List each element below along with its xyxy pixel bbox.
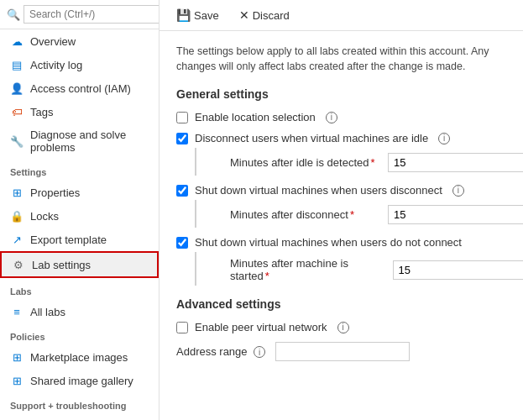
sidebar-item-tags[interactable]: 🏷 Tags	[0, 100, 159, 123]
sidebar-item-access-control-label: Access control (IAM)	[30, 82, 131, 95]
sidebar-item-shared-image-gallery[interactable]: ⊞ Shared image gallery	[0, 369, 159, 392]
shutdown-no-connect-label: Shut down virtual machines when users do…	[195, 236, 462, 249]
address-range-label: Address range i	[176, 345, 269, 359]
sidebar-item-marketplace-images-label: Marketplace images	[30, 351, 128, 364]
minutes-idle-required: *	[370, 156, 374, 169]
save-icon: 💾	[176, 8, 191, 22]
all-labs-icon: ≡	[10, 305, 24, 318]
sidebar-item-lab-settings[interactable]: ⚙ Lab settings	[0, 251, 159, 278]
sidebar-item-diagnose-label: Diagnose and solve problems	[30, 129, 149, 154]
sidebar-item-diagnose[interactable]: 🔧 Diagnose and solve problems	[0, 123, 159, 159]
sidebar-item-overview-label: Overview	[30, 35, 76, 48]
sidebar-item-all-labs-label: All labs	[30, 306, 65, 318]
enable-peer-network-label: Enable peer virtual network	[195, 321, 327, 333]
sidebar-item-activity-log-label: Activity log	[30, 59, 82, 71]
enable-peer-network-checkbox[interactable]	[176, 322, 188, 333]
minutes-started-required: *	[265, 270, 269, 282]
sidebar-item-marketplace-images[interactable]: ⊞ Marketplace images	[0, 345, 159, 369]
sidebar-item-overview[interactable]: ☁ Overview	[0, 29, 159, 53]
minutes-started-label: Minutes after machine is started*	[230, 257, 386, 282]
sidebar-item-access-control[interactable]: 👤 Access control (IAM)	[0, 76, 159, 100]
address-range-row: Address range i	[176, 342, 506, 361]
sidebar-item-properties[interactable]: ⊞ Properties	[0, 181, 159, 204]
gallery-icon: ⊞	[10, 374, 24, 387]
sidebar-item-properties-label: Properties	[30, 186, 80, 199]
person-icon: 👤	[10, 81, 24, 95]
sidebar: 🔍 » ☁ Overview ▤ Activity log 👤 Access c…	[0, 0, 160, 420]
shutdown-disconnect-setting: Shut down virtual machines when users di…	[176, 184, 506, 228]
sidebar-item-lab-settings-label: Lab settings	[32, 259, 91, 271]
minutes-idle-label: Minutes after idle is detected*	[230, 156, 381, 169]
enable-location-info-icon: i	[326, 112, 337, 123]
gear-icon: ⚙	[12, 258, 25, 271]
minutes-idle-input[interactable]	[388, 153, 523, 172]
sidebar-item-export-template-label: Export template	[30, 234, 107, 246]
minutes-disconnect-label: Minutes after disconnect*	[230, 208, 381, 221]
settings-section-label: Settings	[0, 159, 159, 181]
cloud-icon: ☁	[10, 34, 24, 48]
wrench-icon: 🔧	[10, 134, 24, 148]
minutes-idle-label-text: Minutes after idle is detected	[230, 156, 369, 169]
content-area: The settings below apply to all labs cre…	[160, 31, 523, 381]
shutdown-disconnect-info-icon: i	[452, 185, 464, 197]
shutdown-no-connect-checkbox[interactable]	[176, 237, 188, 249]
minutes-started-input[interactable]	[393, 260, 523, 280]
policies-section-label: Policies	[0, 323, 159, 345]
shutdown-no-connect-setting: Shut down virtual machines when users do…	[176, 236, 506, 286]
sidebar-item-export-template[interactable]: ↗ Export template	[0, 228, 159, 251]
minutes-disconnect-input[interactable]	[388, 205, 523, 224]
discard-icon: ✕	[239, 8, 249, 22]
address-range-label-text: Address range	[176, 345, 248, 358]
marketplace-icon: ⊞	[10, 350, 24, 364]
minutes-disconnect-required: *	[350, 208, 354, 221]
enable-peer-network-setting: Enable peer virtual network i	[176, 321, 506, 333]
minutes-started-label-text: Minutes after machine is started	[230, 257, 348, 282]
address-range-info-icon: i	[254, 346, 265, 358]
minutes-disconnect-label-text: Minutes after disconnect	[230, 208, 348, 221]
minutes-started-field: Minutes after machine is started*	[230, 257, 523, 282]
enable-location-setting: Enable location selection i	[176, 111, 506, 123]
disconnect-users-info-icon: i	[438, 133, 450, 144]
export-icon: ↗	[10, 233, 24, 246]
discard-button[interactable]: ✕ Discard	[236, 7, 293, 24]
shutdown-disconnect-label: Shut down virtual machines when users di…	[195, 184, 442, 197]
advanced-settings-title: Advanced settings	[176, 297, 506, 311]
minutes-idle-field: Minutes after idle is detected*	[230, 153, 523, 172]
disconnect-users-checkbox[interactable]	[176, 133, 188, 144]
disconnect-users-label: Disconnect users when virtual machines a…	[195, 132, 428, 144]
properties-icon: ⊞	[10, 186, 24, 199]
sidebar-item-tags-label: Tags	[30, 106, 53, 118]
tag-icon: 🏷	[10, 105, 24, 118]
search-input[interactable]	[24, 5, 160, 24]
save-label: Save	[194, 9, 219, 22]
main-content: 💾 Save ✕ Discard The settings below appl…	[160, 0, 523, 420]
discard-label: Discard	[253, 9, 290, 22]
minutes-disconnect-field: Minutes after disconnect*	[230, 205, 523, 224]
sidebar-item-locks-label: Locks	[30, 210, 59, 223]
enable-location-label: Enable location selection	[195, 111, 316, 123]
address-range-input[interactable]	[275, 342, 410, 361]
toolbar: 💾 Save ✕ Discard	[160, 0, 523, 31]
lock-icon: 🔒	[10, 209, 24, 223]
sidebar-item-locks[interactable]: 🔒 Locks	[0, 204, 159, 228]
shutdown-disconnect-checkbox[interactable]	[176, 185, 188, 197]
enable-location-checkbox[interactable]	[176, 112, 188, 123]
sidebar-item-all-labs[interactable]: ≡ All labs	[0, 300, 159, 323]
intro-text: The settings below apply to all labs cre…	[176, 45, 506, 74]
disconnect-users-setting: Disconnect users when virtual machines a…	[176, 132, 506, 176]
save-button[interactable]: 💾 Save	[173, 7, 222, 24]
sidebar-item-activity-log[interactable]: ▤ Activity log	[0, 53, 159, 76]
general-settings-title: General settings	[176, 87, 506, 101]
search-icon: 🔍	[7, 8, 20, 21]
search-bar: 🔍 »	[0, 0, 159, 29]
enable-peer-network-info-icon: i	[337, 322, 349, 333]
list-icon: ▤	[10, 58, 24, 71]
support-section-label: Support + troubleshooting	[0, 392, 159, 414]
sidebar-item-internal-support[interactable]: 👤 Internal support	[0, 414, 159, 420]
labs-section-label: Labs	[0, 278, 159, 300]
sidebar-item-shared-image-gallery-label: Shared image gallery	[30, 375, 133, 387]
